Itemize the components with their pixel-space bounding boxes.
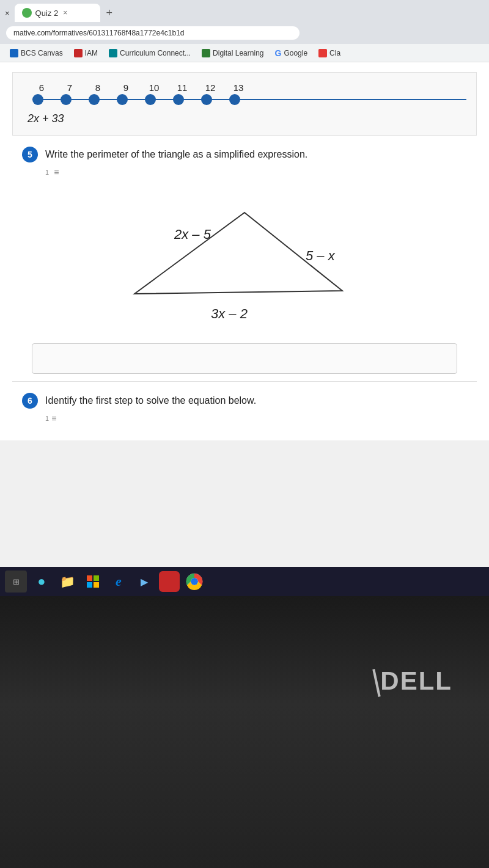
svg-rect-2: [94, 575, 99, 581]
chrome-icon[interactable]: [183, 571, 205, 593]
nl-dot-5: [145, 94, 156, 105]
nl-dot-8: [229, 94, 240, 105]
nl-num-8: 8: [84, 82, 112, 93]
question-5-header: 5 Write the perimeter of the triangle as…: [22, 147, 467, 162]
ie-icon[interactable]: e: [108, 571, 130, 593]
nl-dot-4: [117, 94, 128, 105]
iam-label: IAM: [85, 49, 98, 57]
question-5-number: 5: [22, 147, 38, 162]
bookmarks-bar: BCS Canvas IAM Curriculum Connect... Dig…: [0, 44, 489, 62]
laptop-body: DELL: [0, 596, 489, 868]
triangle-diagram: 2x – 5 5 – x 3x – 2: [116, 187, 373, 334]
google-label: Google: [284, 49, 307, 57]
question-5-answer-area[interactable]: [32, 343, 457, 374]
active-tab[interactable]: Quiz 2 ×: [15, 4, 100, 22]
nl-num-13: 13: [224, 82, 252, 93]
nl-dot-6: [173, 94, 184, 105]
tab-close-button[interactable]: ×: [63, 9, 67, 17]
nl-num-10: 10: [140, 82, 168, 93]
nl-num-9: 9: [112, 82, 140, 93]
question-6-section: 6 Identify the first step to solve the e…: [12, 382, 477, 431]
classlink-label: Cla: [329, 49, 340, 57]
bookmark-digital-learning[interactable]: Digital Learning: [197, 48, 268, 59]
number-line-labels: 6 7 8 9 10 11 12 13: [28, 82, 466, 93]
question-5-points: 1: [45, 169, 49, 176]
svg-point-7: [192, 579, 197, 584]
tab-title: Quiz 2: [35, 9, 59, 18]
window-close-button[interactable]: ×: [0, 9, 15, 18]
page-content: 6 7 8 9 10 11 12 13: [0, 62, 489, 440]
iam-icon: [74, 49, 83, 57]
bcs-canvas-label: BCS Canvas: [21, 49, 63, 57]
bookmark-classlink[interactable]: Cla: [314, 48, 345, 59]
nl-dot-1: [32, 94, 43, 105]
number-line-dots: [32, 94, 466, 105]
triangle-svg: 2x – 5 5 – x 3x – 2: [116, 187, 373, 334]
browser-chrome: × Quiz 2 × + BCS Canvas IAM Cu: [0, 0, 489, 62]
question-6-points: 1: [45, 415, 49, 422]
side-top-label: 2x – 5: [174, 227, 211, 242]
svg-rect-1: [87, 575, 92, 581]
svg-rect-4: [94, 582, 99, 588]
tab-favicon: [22, 8, 32, 18]
google-icon: G: [274, 48, 281, 58]
number-line-wrapper: 6 7 8 9 10 11 12 13: [23, 80, 466, 108]
number-line-section: 6 7 8 9 10 11 12 13: [12, 72, 477, 136]
dell-logo: DELL: [375, 666, 452, 697]
taskview-icon[interactable]: ⊞: [5, 571, 27, 593]
edge-browser-icon[interactable]: ●: [31, 571, 53, 593]
bookmark-iam[interactable]: IAM: [69, 48, 103, 59]
question-6-number: 6: [22, 393, 38, 409]
question-5-text: Write the perimeter of the triangle as a…: [45, 147, 307, 161]
bookmark-bcs-canvas[interactable]: BCS Canvas: [5, 48, 68, 59]
tab-bar: × Quiz 2 × +: [0, 0, 489, 22]
new-tab-button[interactable]: +: [100, 7, 119, 20]
address-input[interactable]: [6, 26, 300, 40]
app-red-icon[interactable]: [159, 571, 180, 592]
bookmark-curriculum[interactable]: Curriculum Connect...: [104, 48, 196, 59]
bookmark-google[interactable]: G Google: [270, 47, 312, 59]
question-6-header: 6 Identify the first step to solve the e…: [22, 393, 467, 409]
digital-learning-icon: [202, 49, 210, 57]
question-6-text: Identify the first step to solve the equ…: [45, 393, 256, 407]
nl-dot-3: [89, 94, 100, 105]
svg-rect-3: [87, 582, 92, 588]
file-explorer-icon[interactable]: 📁: [56, 571, 78, 593]
number-line-expression: 2x + 33: [23, 108, 466, 125]
windows-icon[interactable]: [82, 571, 104, 593]
digital-learning-label: Digital Learning: [213, 49, 263, 57]
question-6-meta: 1 ≡: [45, 414, 467, 423]
taskbar: ⊞ ● 📁 e ▶: [0, 567, 489, 596]
side-bottom-label: 3x – 2: [211, 306, 248, 321]
nl-dot-7: [201, 94, 212, 105]
bcs-canvas-icon: [10, 49, 18, 57]
nl-num-12: 12: [196, 82, 224, 93]
question-5-section: 5 Write the perimeter of the triangle as…: [12, 136, 477, 382]
curriculum-label: Curriculum Connect...: [120, 49, 191, 57]
browser-window: × Quiz 2 × + BCS Canvas IAM Cu: [0, 0, 489, 599]
nl-num-11: 11: [168, 82, 196, 93]
address-bar: [0, 22, 489, 44]
nl-num-7: 7: [56, 82, 84, 93]
question-5-meta: 1 ≡: [45, 167, 467, 177]
curriculum-icon: [109, 49, 117, 57]
media-player-icon[interactable]: ▶: [133, 571, 155, 593]
classlink-icon: [318, 49, 327, 57]
side-right-label: 5 – x: [306, 248, 336, 263]
nl-dot-2: [61, 94, 72, 105]
nl-num-6: 6: [28, 82, 56, 93]
